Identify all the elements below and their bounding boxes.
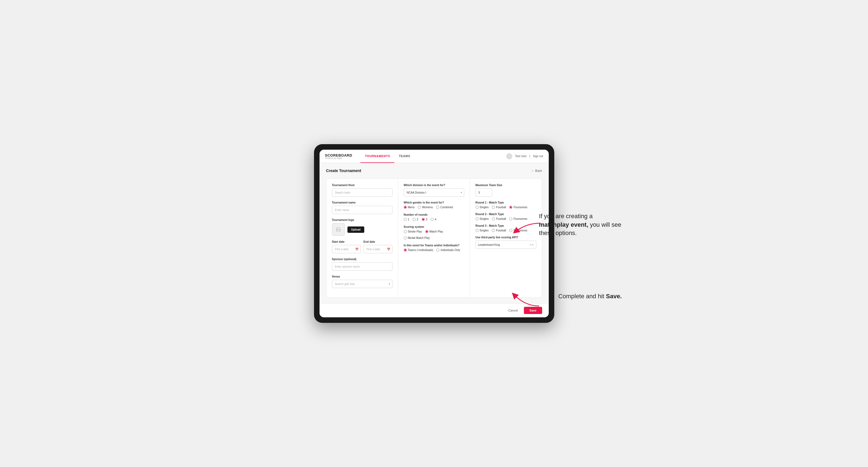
tournament-host-input[interactable] — [332, 188, 393, 197]
scoring-match[interactable]: Match Play — [425, 230, 443, 233]
gender-womens[interactable]: Womens — [418, 206, 433, 209]
round1-singles-radio[interactable] — [475, 206, 478, 209]
round2-fourball[interactable]: Fourball — [492, 217, 506, 220]
round2-foursomes-radio[interactable] — [509, 217, 512, 220]
date-row: Start date 📅 End date 📅 — [332, 240, 393, 253]
form-body: Tournament Host Tournament name Tourname… — [326, 178, 542, 298]
teams-option[interactable]: Teams (+Individuals) — [404, 249, 433, 252]
tournament-name-label: Tournament name — [332, 201, 393, 204]
division-select[interactable]: NCAA Division I — [404, 188, 464, 197]
start-date-input[interactable] — [332, 245, 361, 253]
gender-mens-label: Mens — [408, 206, 414, 209]
round-1-radio[interactable] — [404, 218, 407, 221]
upload-button[interactable]: Upload — [347, 226, 365, 233]
tab-tournaments[interactable]: TOURNAMENTS — [361, 150, 394, 163]
end-date-section: End date 📅 — [364, 240, 393, 253]
individuals-radio[interactable] — [436, 249, 439, 252]
end-date-input[interactable] — [364, 245, 393, 253]
scoring-stroke-radio[interactable] — [404, 230, 407, 233]
round1-foursomes-label: Foursomes — [514, 206, 527, 209]
sponsor-input[interactable] — [332, 262, 393, 271]
round3-fourball-radio[interactable] — [492, 229, 495, 232]
gender-womens-radio[interactable] — [418, 206, 421, 209]
svg-rect-0 — [336, 227, 340, 231]
image-icon — [336, 227, 341, 232]
round-2-radio[interactable] — [412, 218, 415, 221]
start-date-label: Start date — [332, 240, 361, 243]
round3-singles-radio[interactable] — [475, 229, 478, 232]
logo-upload-area: Upload — [332, 223, 393, 236]
round2-foursomes[interactable]: Foursomes — [509, 217, 527, 220]
round1-fourball-radio[interactable] — [492, 206, 495, 209]
individuals-option[interactable]: Individuals Only — [436, 249, 460, 252]
api-tag-input[interactable]: Leaderboard King ✕ ▾ — [475, 241, 536, 249]
round1-singles[interactable]: Singles — [475, 206, 489, 209]
round3-fourball[interactable]: Fourball — [492, 229, 506, 232]
tournament-logo-section: Tournament logo Upload — [332, 218, 393, 236]
teams-section: Is this event for Teams and/or Individua… — [404, 244, 464, 252]
round1-fourball[interactable]: Fourball — [492, 206, 506, 209]
scoring-stroke-label: Stroke Play — [408, 230, 422, 233]
signout-link[interactable]: Sign out — [533, 155, 543, 158]
round2-singles[interactable]: Singles — [475, 217, 489, 220]
sponsor-label: Sponsor (optional) — [332, 258, 393, 261]
form-col-2: Which division is the event for? NCAA Di… — [398, 179, 470, 298]
round-1-label: 1 — [408, 218, 409, 221]
round1-foursomes-radio[interactable] — [509, 206, 512, 209]
round2-singles-radio[interactable] — [475, 217, 478, 220]
gender-combined[interactable]: Combined — [436, 206, 453, 209]
round2-label: Round 2 - Match Type — [475, 213, 536, 216]
scoring-match-radio[interactable] — [425, 230, 428, 233]
form-col-3: Maximum Team Size Round 1 - Match Type S… — [470, 179, 542, 298]
gender-combined-label: Combined — [440, 206, 453, 209]
round-3-label: 3 — [426, 218, 428, 221]
round2-foursomes-label: Foursomes — [514, 217, 527, 220]
form-col-1: Tournament Host Tournament name Tourname… — [327, 179, 398, 298]
venue-select[interactable]: Search golf club — [332, 280, 393, 288]
tab-teams[interactable]: TEAMS — [394, 150, 414, 163]
round2-fourball-radio[interactable] — [492, 217, 495, 220]
gender-combined-radio[interactable] — [436, 206, 439, 209]
teams-label-text: Teams (+Individuals) — [408, 249, 433, 252]
back-button[interactable]: ← Back — [531, 169, 542, 172]
tournament-logo-label: Tournament logo — [332, 218, 393, 221]
end-date-label: End date — [364, 240, 393, 243]
app-logo: SCOREBOARD Powered by clippit — [325, 154, 352, 159]
teams-radio-group: Teams (+Individuals) Individuals Only — [404, 249, 464, 252]
logo-placeholder — [332, 223, 345, 236]
round-3[interactable]: 3 — [422, 218, 428, 221]
round3-singles[interactable]: Singles — [475, 229, 489, 232]
round1-foursomes[interactable]: Foursomes — [509, 206, 527, 209]
scoring-label: Scoring system — [404, 225, 464, 228]
app-title: SCOREBOARD — [325, 154, 352, 157]
tournament-name-section: Tournament name — [332, 201, 393, 214]
max-team-input[interactable] — [475, 188, 492, 197]
scoring-stroke[interactable]: Stroke Play — [404, 230, 422, 233]
round3-singles-label: Singles — [480, 229, 489, 232]
round-4-radio[interactable] — [431, 218, 434, 221]
gender-mens-radio[interactable] — [404, 206, 407, 209]
round2-radio-group: Singles Fourball Foursomes — [475, 217, 536, 220]
nav-right: Test User | Sign out — [506, 153, 543, 159]
round-4[interactable]: 4 — [431, 218, 436, 221]
round3-fourball-label: Fourball — [496, 229, 506, 232]
scoring-medal[interactable]: Medal Match Play — [404, 237, 430, 240]
round2-section: Round 2 - Match Type Singles Fourball — [475, 213, 536, 220]
api-section: Use third-party live scoring API? Leader… — [475, 236, 536, 249]
annotation-matchplay-bold: matchplay event, — [539, 221, 589, 228]
round-1[interactable]: 1 — [404, 218, 409, 221]
annotation-save-bold: Save. — [606, 293, 622, 300]
teams-radio[interactable] — [404, 249, 407, 252]
round1-singles-label: Singles — [480, 206, 489, 209]
nav-tabs: TOURNAMENTS TEAMS — [361, 150, 506, 163]
annotation-matchplay: If you are creating a matchplay event, y… — [539, 212, 622, 238]
arrow-save — [509, 289, 542, 309]
user-avatar — [506, 153, 512, 159]
tournament-name-input[interactable] — [332, 206, 393, 214]
gender-mens[interactable]: Mens — [404, 206, 414, 209]
api-tag-close[interactable]: ✕ ▾ — [529, 243, 534, 246]
round-3-radio[interactable] — [422, 218, 425, 221]
form-title: Create Tournament — [326, 168, 361, 173]
scoring-medal-radio[interactable] — [404, 237, 407, 240]
round-2[interactable]: 2 — [412, 218, 418, 221]
